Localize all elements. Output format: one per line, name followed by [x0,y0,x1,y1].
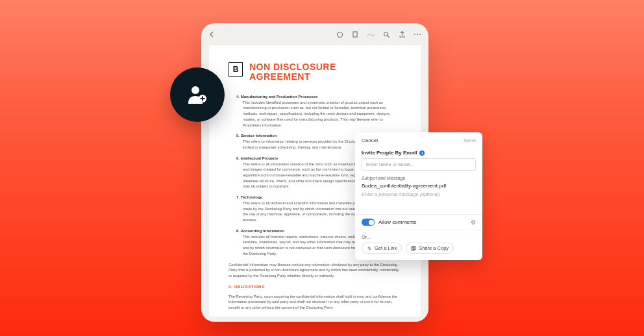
svg-line-3 [388,36,390,38]
svg-point-0 [337,32,342,37]
para-receiving: The Receiving Party, upon acquiring the … [229,294,401,311]
more-icon[interactable] [413,30,422,39]
svg-point-5 [417,34,418,35]
add-person-icon [184,82,210,108]
para-confidential: Confidential Information may likewise in… [229,262,401,279]
email-field[interactable]: Enter name or email... [362,158,476,171]
file-name: Bodea_confidentiality-agreement.pdf [362,183,476,189]
back-icon[interactable] [208,30,217,39]
company-logo: B [229,62,243,77]
para-disassemble: The Receiving Party may not disassemble,… [229,315,401,317]
svg-rect-1 [353,32,357,37]
doc-title-line2: AGREEMENT [249,72,336,82]
info-icon[interactable]: i [419,150,425,156]
section-body: This includes identified processes and s… [236,100,401,128]
share-panel: Cancel Send Invite People By Email i Ent… [355,132,482,260]
svg-point-4 [414,34,415,35]
allow-comments-toggle[interactable] [362,219,375,226]
section-heading: 4. Manufacturing and Production Processe… [236,94,401,100]
message-field[interactable]: Enter a personal message (optional) [362,191,476,197]
svg-point-6 [419,34,421,35]
doc-title-line1: NON DISCLOSURE [249,62,336,72]
get-link-button[interactable]: Get a Link [362,243,402,254]
draw-icon[interactable] [366,30,375,39]
cancel-button[interactable]: Cancel [362,138,378,143]
svg-point-2 [384,32,388,36]
invite-label: Invite People By Email i [362,150,476,156]
svg-point-7 [192,86,199,94]
share-icon[interactable] [397,30,406,39]
copy-icon [411,246,416,251]
text-icon[interactable] [351,30,360,39]
add-people-badge[interactable] [170,67,225,122]
or-divider: Or... [355,230,482,243]
share-copy-button[interactable]: Share a Copy [406,243,454,254]
doc-section: 4. Manufacturing and Production Processe… [229,94,401,128]
document-toolbar [201,23,428,45]
link-icon [367,246,372,251]
send-button[interactable]: Send [464,138,476,143]
obligations-heading: II. OBLIGATIONS [229,284,401,290]
subject-label: Subject and Message [362,176,476,180]
search-icon[interactable] [382,30,391,39]
allow-comments-label: Allow comments [378,219,416,225]
gear-icon[interactable]: ⚙ [471,219,476,226]
edit-icon[interactable] [335,30,344,39]
